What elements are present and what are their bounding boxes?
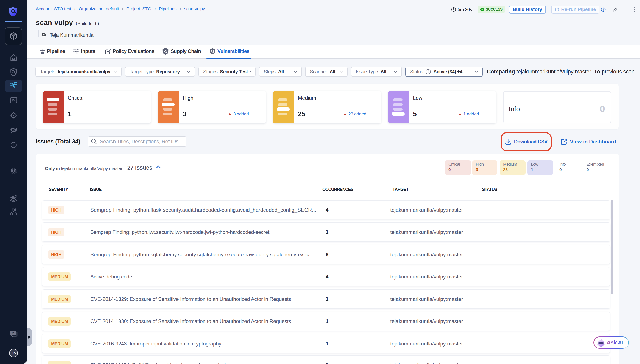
svg-text:?: ? (12, 331, 14, 335)
